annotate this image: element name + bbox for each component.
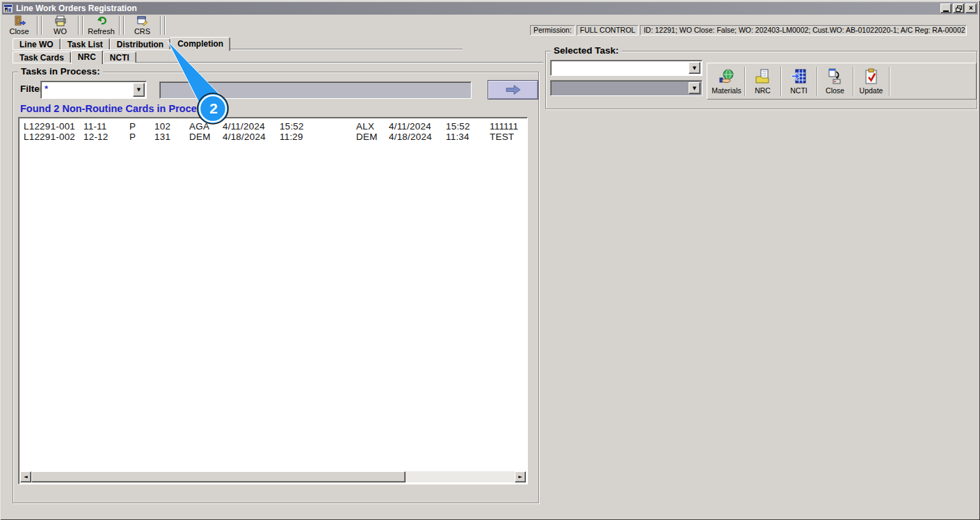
nrc-folder-icon — [755, 68, 771, 85]
close-window-button[interactable]: × — [965, 3, 977, 13]
tab-task-list[interactable]: Task List — [61, 38, 110, 49]
nrc-label: NRC — [755, 86, 771, 95]
panel-separator — [780, 67, 781, 96]
list-item[interactable]: L12291-00212-12P131DEM4/18/202411:29DEM4… — [24, 132, 526, 142]
filter-dropdown-button[interactable]: ▼ — [133, 83, 145, 97]
main-tabs: Line WO Task List Distribution Completio… — [13, 37, 230, 49]
tab-line-wo[interactable]: Line WO — [13, 38, 61, 49]
cell-status: P — [129, 132, 154, 142]
toolbar-close-label: Close — [9, 27, 29, 36]
scrollbar-thumb[interactable] — [31, 471, 405, 482]
panel-separator — [853, 67, 853, 96]
update-clipboard-icon — [863, 68, 880, 85]
horizontal-scrollbar[interactable]: ◄ ► — [20, 471, 526, 482]
cell-card-number: L12291-001 — [24, 121, 83, 132]
selected-task-combobox[interactable]: ▼ — [550, 60, 702, 76]
toolbar-refresh-label: Refresh — [88, 27, 115, 36]
update-button[interactable]: Update — [856, 65, 887, 97]
cell-time2: 11:34 — [446, 132, 490, 142]
toolbar-separator — [160, 16, 161, 35]
close-task-button[interactable]: Close — [819, 65, 851, 97]
minimize-button[interactable] — [940, 3, 951, 13]
selected-task-group: Selected Task: ▼ ▼ Materials — [545, 51, 977, 109]
nrc-button[interactable]: NRC — [747, 65, 778, 97]
cell-ref: 12-12 — [83, 132, 129, 142]
cell-date2: 4/11/2024 — [389, 121, 446, 132]
scroll-left-button[interactable]: ◄ — [20, 471, 31, 482]
toolbar-separator — [119, 16, 120, 35]
app-window: Line Work Orders Registration × Close — [0, 0, 980, 520]
materials-button[interactable]: Materials — [711, 65, 742, 97]
tasks-in-process-title: Tasks in Process: — [18, 66, 103, 77]
scroll-left-icon: ◄ — [24, 474, 27, 480]
nrc-list-rows: L12291-00111-11P102AGA4/11/202415:52ALX4… — [24, 121, 526, 142]
toolbar-separator — [41, 16, 42, 35]
toolbar-wo-label: WO — [54, 27, 67, 36]
toolbar-crs-button[interactable]: CRS — [126, 15, 159, 36]
tab-distribution[interactable]: Distribution — [110, 38, 170, 49]
filter-text-field — [159, 81, 472, 99]
task-actions-panel: Materials NRC — [707, 63, 977, 100]
filter-value: * — [45, 84, 48, 94]
window-edit-icon — [136, 15, 149, 26]
toolbar-close-button[interactable]: Close — [3, 15, 35, 36]
toolbar-separator — [164, 16, 166, 35]
ncti-label: NCTI — [790, 86, 808, 95]
title-bar: Line Work Orders Registration × — [2, 2, 978, 15]
cell-card-number: L12291-002 — [24, 132, 83, 142]
tab-nrc[interactable]: NRC — [71, 50, 103, 64]
tab-task-cards[interactable]: Task Cards — [13, 52, 71, 63]
cell-date2: 4/18/2024 — [389, 132, 446, 142]
selected-subtask-dropdown-button[interactable]: ▼ — [689, 82, 700, 94]
cell-time2: 15:52 — [446, 121, 490, 132]
panel-separator — [817, 67, 817, 96]
toolbar-separator — [82, 16, 83, 35]
selected-subtask-combobox: ▼ — [550, 80, 702, 96]
toolbar-crs-label: CRS — [134, 27, 150, 36]
tasks-in-process-group: Tasks in Process: Filter: * ▼ Found 2 No… — [13, 72, 539, 503]
minimize-icon — [943, 10, 949, 12]
update-label: Update — [860, 86, 883, 95]
tab-ncti[interactable]: NCTI — [103, 52, 136, 63]
ncti-button[interactable]: NCTI — [783, 65, 814, 97]
scroll-right-button[interactable]: ► — [515, 471, 526, 482]
close-task-icon — [827, 68, 844, 85]
selected-task-dropdown-button[interactable]: ▼ — [689, 62, 700, 74]
permission-level: FULL CONTROL — [577, 25, 639, 36]
nrc-list[interactable]: L12291-00111-11P102AGA4/11/202415:52ALX4… — [18, 117, 528, 484]
filter-combobox[interactable]: * ▼ — [40, 81, 147, 99]
cell-date1: 4/11/2024 — [223, 121, 280, 132]
materials-label: Materials — [712, 86, 741, 95]
work-order-info: ID: 12291; WO Close: False; WO: 202403-L… — [640, 25, 967, 36]
list-item[interactable]: L12291-00111-11P102AGA4/11/202415:52ALX4… — [24, 121, 526, 132]
close-window-icon: × — [969, 5, 973, 12]
cell-ref: 11-11 — [83, 121, 129, 132]
tab-completion[interactable]: Completion — [170, 37, 230, 51]
restore-button[interactable] — [953, 3, 964, 13]
toolbar-separator — [78, 16, 79, 35]
refresh-icon — [95, 15, 108, 26]
permission-bar: Permission: FULL CONTROL ID: 12291; WO C… — [530, 25, 967, 36]
found-cards-heading: Found 2 Non-Routine Cards in Process: — [20, 103, 211, 114]
cell-user1: DEM — [189, 132, 223, 142]
permission-label: Permission: — [530, 25, 575, 36]
close-task-label: Close — [826, 86, 844, 95]
scrollbar-track[interactable] — [405, 471, 515, 482]
main-toolbar: Close WO Refresh — [3, 15, 167, 36]
exit-door-icon — [13, 15, 26, 26]
chevron-down-icon: ▼ — [693, 86, 696, 91]
printer-icon — [54, 15, 67, 26]
cell-time1: 15:52 — [280, 121, 356, 132]
selected-task-title: Selected Task: — [551, 45, 622, 56]
cell-code: 102 — [154, 121, 189, 132]
cell-time1: 11:29 — [280, 132, 356, 142]
right-arrow-icon — [504, 84, 522, 95]
cell-status: P — [129, 121, 154, 132]
ncti-table-icon — [791, 68, 808, 85]
toolbar-refresh-button[interactable]: Refresh — [85, 15, 118, 36]
apply-filter-button[interactable] — [488, 80, 538, 100]
cell-date1: 4/18/2024 — [223, 132, 280, 142]
cell-user2: ALX — [356, 121, 389, 132]
toolbar-wo-button[interactable]: WO — [44, 15, 77, 36]
cell-desc: TEST — [490, 132, 528, 142]
